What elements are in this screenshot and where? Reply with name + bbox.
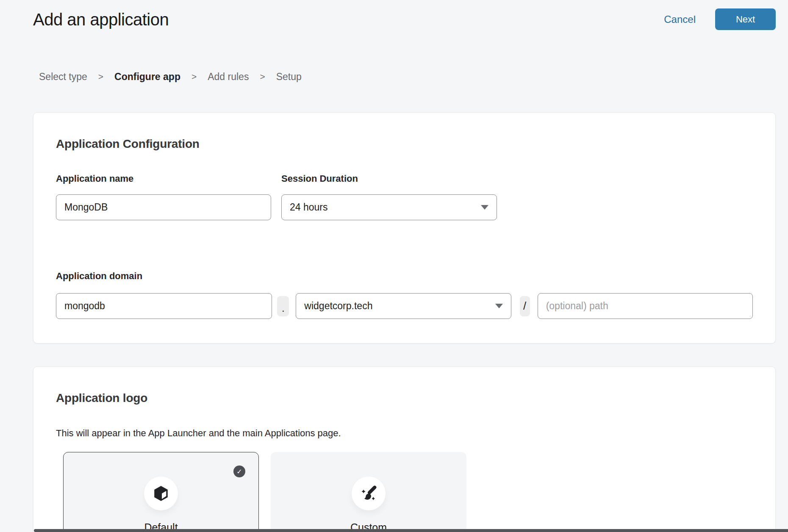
topbar: Add an application Cancel Next (0, 0, 788, 30)
application-configuration-heading: Application Configuration (56, 136, 753, 152)
page-title: Add an application (33, 9, 169, 30)
breadcrumb-separator: > (260, 71, 265, 83)
application-domain-label: Application domain (56, 271, 753, 281)
custom-logo-circle (352, 477, 386, 510)
application-name-label: Application name (56, 174, 271, 184)
session-duration-field-group: Session Duration 24 hours (281, 174, 497, 220)
logo-option-default[interactable]: ✓ Default (63, 452, 259, 532)
domain-value: widgetcorp.tech (304, 300, 372, 312)
application-logo-card: Application logo This will appear in the… (33, 366, 776, 532)
application-domain-row: . widgetcorp.tech / (56, 293, 753, 319)
breadcrumb-step-select-type[interactable]: Select type (39, 71, 87, 83)
application-configuration-card: Application Configuration Application na… (33, 112, 776, 344)
breadcrumb: Select type > Configure app > Add rules … (39, 71, 788, 83)
session-duration-select[interactable]: 24 hours (281, 194, 497, 220)
default-logo-circle (144, 477, 178, 510)
next-button[interactable]: Next (715, 8, 776, 30)
path-input[interactable] (538, 293, 753, 319)
chevron-down-icon (495, 304, 503, 308)
chevron-down-icon (481, 205, 488, 210)
breadcrumb-separator: > (98, 71, 103, 83)
slash-separator: / (520, 296, 530, 316)
breadcrumb-step-add-rules[interactable]: Add rules (208, 71, 249, 83)
cube-icon (152, 485, 170, 502)
session-duration-label: Session Duration (281, 174, 497, 184)
application-name-field-group: Application name (56, 174, 271, 220)
application-logo-description: This will appear in the App Launcher and… (56, 428, 753, 439)
selected-check-icon: ✓ (233, 466, 245, 477)
breadcrumb-step-configure-app[interactable]: Configure app (114, 71, 180, 83)
subdomain-input[interactable] (56, 293, 272, 319)
logo-options: ✓ Default Custom (63, 452, 753, 532)
logo-option-custom[interactable]: Custom (271, 452, 466, 532)
breadcrumb-separator: > (191, 71, 197, 83)
cancel-button[interactable]: Cancel (664, 14, 696, 25)
session-duration-value: 24 hours (290, 202, 328, 213)
domain-select[interactable]: widgetcorp.tech (296, 293, 511, 319)
application-logo-heading: Application logo (56, 391, 753, 406)
paintbrush-icon (360, 485, 377, 502)
application-name-input[interactable] (56, 194, 271, 220)
breadcrumb-step-setup[interactable]: Setup (276, 71, 302, 83)
header-actions: Cancel Next (664, 8, 776, 30)
horizontal-scrollbar[interactable] (34, 529, 788, 532)
dot-separator: . (277, 296, 289, 316)
